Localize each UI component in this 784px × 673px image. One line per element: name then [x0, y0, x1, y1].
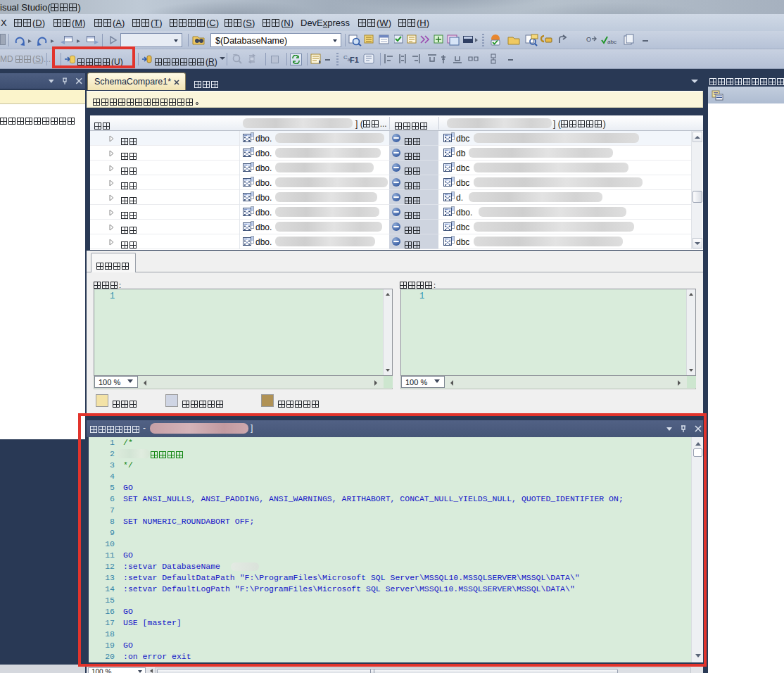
svg-text:O: O: [586, 36, 591, 43]
svg-text:abc: abc: [607, 39, 617, 45]
